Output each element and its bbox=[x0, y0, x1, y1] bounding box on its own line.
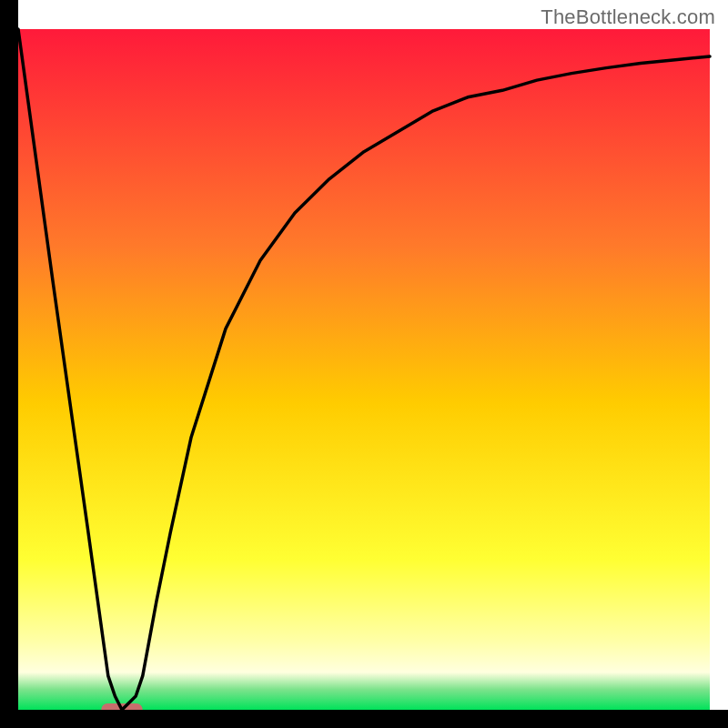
y-axis bbox=[0, 0, 18, 728]
watermark-text: TheBottleneck.com bbox=[541, 5, 715, 29]
bottleneck-chart bbox=[0, 0, 728, 728]
x-axis bbox=[0, 710, 728, 728]
plot-background bbox=[18, 29, 710, 710]
